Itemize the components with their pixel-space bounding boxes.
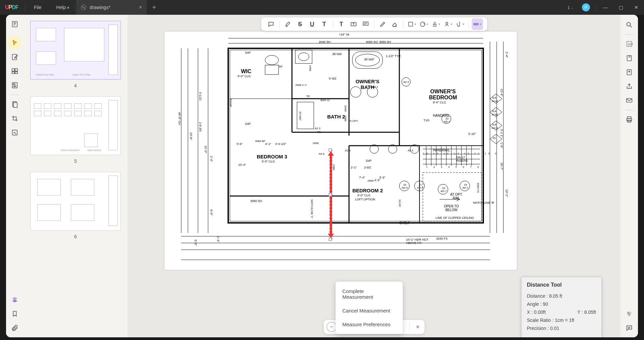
drawing-page[interactable]: WIC 9'-0" CLG OWNER'S BATH OWNER'S BEDRO… [164, 32, 517, 270]
print-button[interactable] [623, 113, 635, 126]
zoom-out-button[interactable]: − [327, 322, 337, 332]
svg-rect-2 [12, 69, 14, 71]
svg-rect-79 [627, 56, 632, 61]
ai-button[interactable] [623, 308, 635, 320]
thumbnail-5[interactable]: /*inline small elevation boxes*/ Interio… [30, 96, 121, 155]
left-rail [6, 15, 23, 337]
measure-tool[interactable] [472, 18, 483, 30]
share-button[interactable] [623, 80, 635, 92]
room-label: OWNER'S BATH [349, 79, 386, 90]
menu-help[interactable]: Help [49, 5, 73, 10]
scale-value: 1cm = 1ft [555, 318, 574, 323]
stamp-tool[interactable] [430, 18, 442, 30]
app-body: Partial Floor Plan Upper Floor Plan 4 /*… [6, 15, 638, 337]
underline-tool[interactable]: U [306, 18, 318, 30]
textbox-tool[interactable] [348, 18, 359, 30]
user-avatar[interactable]: R [582, 3, 590, 11]
room-label: BEDROOM 2 [352, 188, 383, 193]
menu-file[interactable]: File [27, 5, 49, 10]
canvas-area[interactable]: S U T T [128, 15, 621, 337]
thumbnail-item[interactable]: /*inline small elevation boxes*/ Interio… [27, 96, 124, 164]
room-label: BATH 2 [327, 114, 345, 119]
page-indicator[interactable]: 1 ⌵ [563, 5, 577, 10]
note-tool[interactable] [265, 18, 277, 30]
room-label: BEDROOM 3 [257, 154, 287, 159]
measurement-annotation[interactable] [330, 154, 332, 235]
measure-preferences-item[interactable]: Measure Preferences [336, 318, 403, 331]
pencil-tool[interactable] [377, 18, 388, 30]
distance-value: 8.05 ft [549, 293, 562, 299]
text-tool[interactable]: T [336, 18, 347, 30]
complete-measurement-item[interactable]: Complete Measurement [336, 284, 403, 304]
svg-rect-12 [363, 22, 368, 25]
attach-tool[interactable] [454, 18, 466, 30]
thumbnail-number: 4 [74, 83, 77, 88]
tab-close-button[interactable]: × [139, 4, 142, 10]
thumbnail-number: 5 [74, 158, 77, 164]
crop-button[interactable] [9, 112, 21, 125]
new-tab-button[interactable]: + [147, 4, 161, 11]
mail-button[interactable] [623, 94, 635, 106]
svg-rect-6 [12, 83, 17, 88]
svg-rect-13 [409, 22, 413, 26]
window-minimize[interactable]: — [598, 0, 613, 15]
edit-mode-button[interactable] [9, 51, 21, 63]
chat-button[interactable] [623, 322, 635, 334]
cancel-measurement-item[interactable]: Cancel Measurement [336, 304, 403, 318]
organize-button[interactable] [9, 98, 21, 110]
layers-button[interactable] [9, 294, 21, 306]
svg-point-87 [628, 313, 630, 316]
svg-rect-7 [13, 84, 15, 85]
svg-rect-9 [13, 103, 17, 108]
svg-point-76 [627, 22, 631, 26]
thumbnail-item[interactable]: 6 [27, 172, 124, 239]
page-mode-button[interactable] [9, 65, 21, 77]
svg-rect-59 [295, 50, 312, 63]
app-logo: UPDF [0, 4, 23, 10]
svg-point-60 [298, 53, 309, 61]
redact-button[interactable] [9, 127, 21, 139]
annotation-toolbar: S U T T [261, 17, 487, 31]
bookmark-button[interactable] [9, 308, 21, 320]
highlight-tool[interactable] [282, 18, 294, 30]
title-bar: UPDF File Help drawings* × + 1 ⌵ R — ▢ ✕ [0, 0, 644, 15]
zoom-close-button[interactable]: ✕ [414, 324, 422, 330]
signature-tool[interactable] [442, 18, 454, 30]
angle-value: 90 [543, 301, 548, 307]
export-button[interactable] [623, 66, 635, 78]
distance-tool-panel: Distance Tool Distance : 8.05 ft Angle :… [521, 277, 602, 337]
sticker-tool[interactable] [418, 18, 430, 30]
comment-mode-button[interactable] [9, 37, 21, 49]
blueprint-svg [164, 32, 517, 270]
svg-rect-4 [12, 72, 14, 74]
strikethrough-tool[interactable]: S [294, 18, 306, 30]
distance-tool-title: Distance Tool [527, 282, 596, 288]
svg-text:OCR: OCR [628, 43, 633, 46]
svg-rect-5 [15, 72, 17, 74]
save-button[interactable] [623, 52, 635, 64]
reader-mode-button[interactable] [9, 18, 21, 30]
thumbnail-4[interactable]: Partial Floor Plan Upper Floor Plan [30, 21, 121, 80]
tab-title: drawings* [90, 5, 110, 10]
window-close[interactable]: ✕ [629, 0, 644, 15]
search-button[interactable] [623, 19, 635, 31]
eraser-tool[interactable] [389, 18, 400, 30]
shape-tool[interactable] [406, 18, 417, 30]
window-maximize[interactable]: ▢ [613, 0, 629, 15]
attachment-button[interactable] [9, 322, 21, 334]
svg-rect-0 [12, 21, 17, 27]
callout-tool[interactable] [360, 18, 371, 30]
form-mode-button[interactable] [9, 79, 21, 91]
document-tab[interactable]: drawings* × [76, 0, 147, 15]
thumbnail-number: 6 [74, 234, 77, 239]
ocr-button[interactable]: OCR [623, 38, 635, 50]
squiggly-tool[interactable]: T [318, 18, 330, 30]
x-value: 0.00ft [534, 309, 546, 315]
thumbnail-6[interactable] [30, 172, 121, 231]
tab-icon [81, 5, 86, 10]
thumbnail-item[interactable]: Partial Floor Plan Upper Floor Plan 4 [27, 21, 124, 88]
room-label: WIC [241, 68, 251, 75]
svg-point-15 [446, 22, 448, 24]
y-value: 8.05ft [584, 309, 596, 315]
measure-context-menu: Complete Measurement Cancel Measurement … [336, 282, 403, 334]
